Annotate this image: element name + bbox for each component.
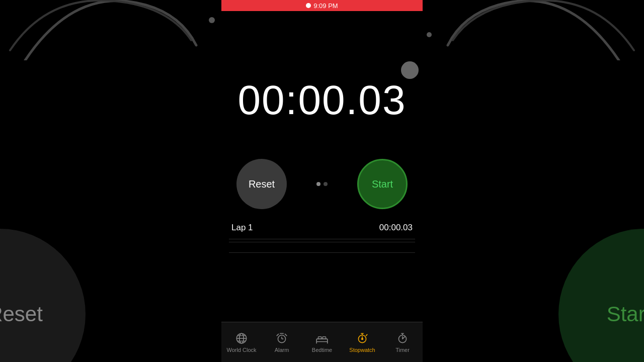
- world-clock-icon: [235, 332, 248, 345]
- lap-divider-1: [229, 242, 415, 242]
- page-dot-2: [324, 182, 328, 186]
- stopwatch-icon: [356, 332, 369, 345]
- nav-item-world-clock[interactable]: World Clock: [226, 332, 257, 353]
- nav-item-timer[interactable]: Timer: [387, 332, 418, 353]
- nav-label-alarm: Alarm: [275, 347, 289, 353]
- controls-row: Reset Start: [236, 159, 408, 209]
- main-content: 00:00.03 Reset Start Lap 1 00:00.03: [221, 11, 423, 332]
- svg-line-8: [277, 334, 278, 335]
- page-indicator: [316, 182, 328, 186]
- nav-label-world-clock: World Clock: [226, 347, 256, 353]
- svg-line-21: [366, 334, 367, 335]
- bedtime-icon: [315, 332, 329, 345]
- right-arc-decoration: [423, 0, 644, 60]
- left-arc-decoration: [0, 0, 221, 60]
- svg-rect-12: [318, 336, 321, 338]
- timer-display: 00:00.03: [237, 76, 406, 124]
- nav-label-bedtime: Bedtime: [312, 347, 332, 353]
- lap-list: Lap 1 00:00.03: [229, 217, 415, 253]
- svg-rect-13: [323, 336, 326, 338]
- bottom-navigation: World Clock Alarm Bedtime: [221, 322, 423, 362]
- decorative-dot-left: [209, 17, 215, 23]
- decorative-dot-right: [427, 32, 432, 37]
- lap-divider-2: [229, 252, 415, 253]
- start-button[interactable]: Start: [357, 159, 408, 209]
- nav-label-timer: Timer: [395, 347, 410, 353]
- alarm-icon: [275, 332, 288, 345]
- nav-label-stopwatch: Stopwatch: [349, 347, 375, 353]
- right-start-label: Start: [607, 302, 644, 326]
- record-dot: [306, 3, 311, 8]
- left-reset-label: Reset: [0, 302, 43, 326]
- svg-line-9: [285, 334, 287, 335]
- lap-time: 00:00.03: [379, 223, 413, 233]
- lap-label: Lap 1: [231, 223, 253, 233]
- lap-item: Lap 1 00:00.03: [229, 217, 415, 239]
- svg-rect-11: [316, 339, 328, 341]
- right-start-overflow: Start: [558, 229, 644, 362]
- left-reset-overflow: Reset: [0, 229, 86, 362]
- reset-button[interactable]: Reset: [236, 159, 287, 209]
- nav-item-alarm[interactable]: Alarm: [267, 332, 297, 353]
- page-dot-1: [316, 182, 320, 186]
- nav-item-bedtime[interactable]: Bedtime: [307, 332, 337, 353]
- status-time: 9:09 PM: [313, 2, 338, 10]
- nav-item-stopwatch[interactable]: Stopwatch: [347, 332, 377, 353]
- status-bar: 9:09 PM: [221, 0, 423, 11]
- timer-icon: [396, 332, 409, 345]
